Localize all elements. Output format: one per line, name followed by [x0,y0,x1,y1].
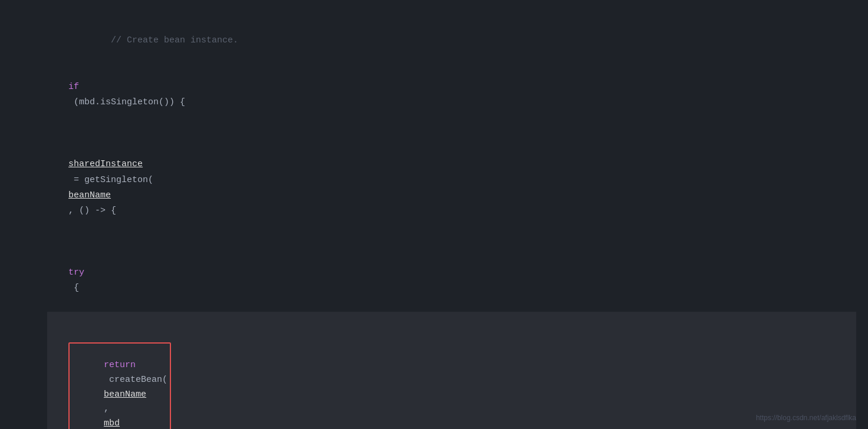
indent2 [68,252,132,262]
indent3 [68,329,153,339]
line-shared-instance: sharedInstance = getSingleton( beanName … [47,126,856,235]
kw-return: return [104,360,136,370]
watermark: https://blog.csdn.net/afjaklsdflka [756,414,856,422]
line-return-create-bean: return createBean( beanName , mbd , args… [47,312,856,429]
try-brace: { [68,283,79,293]
shared-instance-var: sharedInstance [68,159,143,169]
kw-try: try [68,268,84,278]
create-bean-call: createBean( [104,375,167,385]
red-box-return: return createBean( beanName , mbd , args… [68,342,171,429]
assign-op: = getSingleton( [68,175,153,185]
bean-name-arg1: beanName [68,190,111,200]
code-editor: // Create bean instance. if (mbd.isSingl… [0,0,868,429]
kw-if: if [68,82,79,92]
comma2: , [104,404,114,414]
indent1 [68,144,111,154]
line-if-singleton: if (mbd.isSingleton()) { [47,64,856,126]
comma1: , () -> { [68,206,116,216]
comment-text: // Create bean instance. [68,35,238,45]
line-comment-create: // Create bean instance. [47,18,856,64]
paren-open: (mbd.isSingleton()) { [68,97,185,107]
mbd-arg: mbd [104,418,120,428]
bean-name-arg2: beanName [104,390,146,400]
line-try: try { [47,235,856,312]
